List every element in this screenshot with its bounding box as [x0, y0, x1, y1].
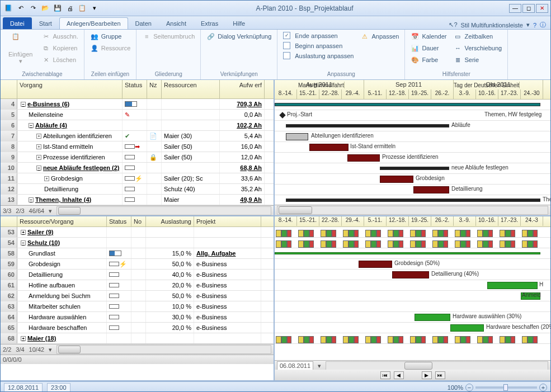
week-header[interactable]: 10.-16. [476, 216, 498, 226]
tab-file[interactable]: Datei [3, 17, 32, 29]
duration-button[interactable]: 📊Dauer [408, 42, 449, 54]
week-header[interactable]: 29.-4. [342, 216, 364, 226]
table-row[interactable]: 58 Grundlast 15,0 % Allg. Aufgabe [1, 248, 274, 259]
week-header[interactable]: 24.-3 [521, 216, 543, 226]
next-button[interactable]: ▶ [422, 371, 432, 379]
cut-button[interactable]: ✂Ausschn. [39, 31, 80, 42]
table-row[interactable]: 53 +Sailer (9) [1, 227, 274, 238]
bottom-gantt-area[interactable]: Grobdesign (50%)Detaillierung (40%)HAnme… [275, 227, 550, 344]
col-res[interactable]: Ressourcen [162, 80, 220, 98]
shift-button[interactable]: ↔Verschiebung [451, 42, 504, 54]
top-hscroll[interactable] [56, 206, 271, 215]
table-row[interactable]: 12 Detaillierung Schulz (40) 35,2 Ah [1, 184, 274, 195]
timeline-date[interactable]: 06.08.2011 [277, 361, 313, 370]
table-row[interactable]: 13 −Themen, Inhalte (4) Maier 49,9 Ah [1, 195, 274, 205]
color-button[interactable]: 🎨Farbe [408, 54, 449, 65]
bot-hscroll[interactable] [56, 345, 271, 354]
col-task[interactable]: Vorgang [17, 80, 123, 98]
col-status-b[interactable]: Status [107, 216, 131, 226]
week-header[interactable]: 3.-9. [454, 216, 476, 226]
week-header[interactable]: 8.-14. [275, 216, 297, 226]
week-header[interactable]: 3.-9. [454, 89, 476, 99]
week-header[interactable]: 15.-21. [297, 89, 319, 99]
table-row[interactable]: 4 −e-Business (6) 709,3 Ah [1, 99, 274, 110]
bot-right-hscroll[interactable] [326, 361, 548, 370]
col-load-b[interactable]: Auslastung [146, 216, 194, 226]
nav-dropdown[interactable]: ▾ [49, 207, 52, 215]
table-row[interactable]: 68 +Maier (18) [1, 333, 274, 344]
top-gantt-area[interactable]: Proj.-StartThemen, HW festgelegAbläufeAb… [275, 100, 550, 206]
table-row[interactable]: 59 Grobdesign ⚡ 50,0 % e-Business [1, 259, 274, 270]
tab-data[interactable]: Daten [128, 17, 159, 29]
tab-help[interactable]: Hilfe [225, 17, 252, 29]
table-row[interactable]: 5 Meilensteine ✎ 0,0 Ah [1, 110, 274, 120]
adjust-load-check[interactable]: Auslastung anpassen [281, 51, 356, 60]
help-pointer-icon[interactable]: ↖? [449, 21, 457, 29]
table-row[interactable]: 62 Anmeldung bei Suchm 50,0 % e-Business [1, 291, 274, 301]
tab-extras[interactable]: Extras [194, 17, 225, 29]
tab-start[interactable]: Start [32, 17, 59, 29]
zoom-in-button[interactable]: + [539, 384, 547, 391]
month-header[interactable]: Sep 2011 [364, 80, 454, 89]
week-header[interactable]: 10.-16. [476, 89, 498, 99]
maximize-button[interactable]: ◻ [522, 4, 535, 13]
tab-view[interactable]: Ansicht [159, 17, 194, 29]
series-button[interactable]: ≣Serie [451, 54, 504, 65]
qat-dropdown-icon[interactable]: ▾ [89, 3, 100, 14]
week-header[interactable]: 15.-21. [297, 216, 319, 226]
table-row[interactable]: 63 Mitarbeiter schulen 10,0 % e-Business [1, 301, 274, 312]
link-dialog-button[interactable]: 🔗Dialog Verknüpfung [204, 31, 274, 42]
zoom-slider[interactable] [475, 386, 537, 389]
last-button[interactable]: ⏭ [435, 371, 445, 379]
week-header[interactable]: 12.-18. [387, 89, 409, 99]
ribbon-style-dropdown[interactable]: Stil Multifunktionsleiste [461, 22, 523, 29]
table-row[interactable]: 60 Detaillierung 40,0 % e-Business [1, 270, 274, 280]
pagebreak-button[interactable]: ≡Seitenumbruch [140, 31, 197, 42]
help-icon[interactable]: ? [533, 22, 536, 29]
table-row[interactable]: 54 −Schulz (10) [1, 238, 274, 248]
col-no-b[interactable]: No [131, 216, 146, 226]
print-icon[interactable]: 🖨 [64, 3, 76, 14]
col-task-b[interactable]: Ressource/Vorgang [17, 216, 107, 226]
week-header[interactable]: 17.-23. [498, 89, 521, 99]
table-row[interactable]: 6 −Abläufe (4) 102,2 Ah [1, 120, 274, 131]
zoom-out-button[interactable]: − [465, 384, 473, 391]
insert-resource-button[interactable]: 👤Ressource [88, 42, 133, 54]
table-row[interactable]: 8 +Ist-Stand ermitteln ➡ Sailer (50) 16,… [1, 141, 274, 152]
adjust-button[interactable]: ⚠Anpassen [358, 31, 401, 42]
table-row[interactable]: 10 −neue Abläufe festlegen (2) 68,8 Ah [1, 163, 274, 173]
week-header[interactable]: 12.-18. [387, 216, 409, 226]
table-row[interactable]: 65 Hardware beschaffen 20,0 % e-Business [1, 323, 274, 333]
calendar-button[interactable]: 📅Kalender [408, 31, 449, 42]
week-header[interactable]: 22.-28. [319, 216, 342, 226]
app-icon[interactable]: 📘 [3, 3, 14, 14]
tab-edit[interactable]: Anlegen/Bearbeiten [59, 17, 128, 29]
adjust-begin-check[interactable]: Beginn anpassen [281, 41, 356, 50]
save-icon[interactable]: 💾 [52, 3, 63, 14]
week-header[interactable]: 19.-25. [409, 216, 431, 226]
table-row[interactable]: 61 Hotline aufbauen 20,0 % e-Business [1, 280, 274, 291]
week-header[interactable]: 19.-25. [409, 89, 431, 99]
week-header[interactable]: 26.-2. [431, 89, 454, 99]
undo-icon[interactable]: ↶ [15, 3, 26, 14]
timebar-button[interactable]: ▭Zeitbalken [451, 31, 504, 42]
delete-button[interactable]: ✕Löschen [39, 54, 80, 65]
col-rownum[interactable] [1, 80, 17, 98]
paste-button[interactable]: 📋Einfügen▾ [4, 31, 37, 70]
week-header[interactable]: 26.-2. [431, 216, 454, 226]
table-row[interactable]: 7 +Abteilungen identifizieren ✔ 📄 Maier … [1, 131, 274, 141]
insert-group-button[interactable]: 👥Gruppe [88, 31, 133, 42]
minimize-button[interactable]: — [509, 4, 521, 13]
table-row[interactable]: 9 +Prozesse identifizieren 🔒 Sailer (50)… [1, 152, 274, 163]
copy-icon[interactable]: 📋 [77, 3, 88, 14]
col-proj-b[interactable]: Projekt [194, 216, 261, 226]
col-nz[interactable]: Nz [147, 80, 162, 98]
adjust-end-check[interactable]: ✓Ende anpassen [281, 31, 356, 40]
col-status[interactable]: Status [123, 80, 147, 98]
redo-icon[interactable]: ↷ [27, 3, 39, 14]
info-icon[interactable]: ⓘ [540, 21, 546, 29]
col-rownum-b[interactable] [1, 216, 17, 226]
week-header[interactable]: 5.-11. [364, 216, 387, 226]
top-timeline-header[interactable]: Aug 2011Sep 2011Okt 2011 Maria Himmelfah… [275, 80, 550, 100]
open-icon[interactable]: 📂 [40, 3, 51, 14]
